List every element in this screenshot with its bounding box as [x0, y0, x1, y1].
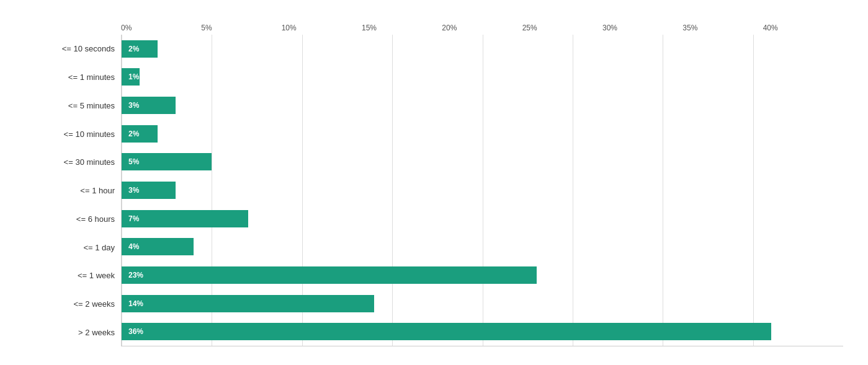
bar-label-6: 7%: [125, 214, 142, 223]
x-axis-label-3: 15%: [362, 24, 442, 32]
bar-row-2: 3%: [122, 91, 843, 120]
bar-label-5: 3%: [125, 186, 142, 195]
x-axis-label-0: 0%: [121, 24, 201, 32]
bar-label-2: 3%: [125, 101, 142, 110]
bar-8: 23%: [122, 266, 537, 284]
bar-row-6: 7%: [122, 204, 843, 233]
y-label-10: > 2 weeks: [6, 318, 121, 346]
y-label-5: <= 1 hour: [6, 177, 121, 205]
bar-label-0: 2%: [125, 45, 142, 53]
bar-row-5: 3%: [122, 176, 843, 204]
bar-2: 3%: [122, 97, 176, 114]
bar-row-8: 23%: [122, 261, 843, 289]
bar-row-4: 5%: [122, 148, 843, 177]
y-label-4: <= 30 minutes: [6, 148, 121, 177]
y-label-0: <= 10 seconds: [6, 35, 121, 63]
bar-label-8: 23%: [125, 271, 146, 279]
x-axis-label-5: 25%: [522, 24, 602, 32]
y-label-9: <= 2 weeks: [6, 290, 121, 319]
bar-row-3: 2%: [122, 120, 843, 148]
bar-0: 2%: [122, 40, 158, 58]
bar-label-9: 14%: [125, 299, 146, 308]
bar-label-1: 1%: [125, 73, 142, 81]
chart-content: <= 10 seconds<= 1 minutes<= 5 minutes<= …: [6, 35, 843, 346]
bar-6: 7%: [122, 210, 248, 227]
bar-9: 14%: [122, 295, 374, 312]
bar-3: 2%: [122, 125, 158, 143]
bar-4: 5%: [122, 153, 212, 170]
x-axis-label-6: 30%: [602, 24, 682, 32]
x-axis-label-7: 35%: [682, 24, 763, 32]
bar-1: 1%: [122, 68, 140, 86]
x-axis-label-2: 10%: [282, 24, 362, 32]
y-label-3: <= 10 minutes: [6, 120, 121, 148]
y-label-1: <= 1 minutes: [6, 63, 121, 92]
x-axis-labels: 0%5%10%15%20%25%30%35%40%: [121, 24, 843, 32]
y-label-7: <= 1 day: [6, 233, 121, 262]
y-labels: <= 10 seconds<= 1 minutes<= 5 minutes<= …: [6, 35, 121, 346]
bar-row-9: 14%: [122, 289, 843, 318]
chart-body: 0%5%10%15%20%25%30%35%40% <= 10 seconds<…: [6, 24, 843, 346]
bar-row-10: 36%: [122, 317, 843, 346]
bar-10: 36%: [122, 323, 771, 340]
y-label-6: <= 6 hours: [6, 204, 121, 233]
bar-row-1: 1%: [122, 63, 843, 92]
y-label-2: <= 5 minutes: [6, 91, 121, 120]
bar-row-7: 4%: [122, 232, 843, 261]
y-label-8: <= 1 week: [6, 262, 121, 290]
bar-label-3: 2%: [125, 130, 142, 138]
bar-label-7: 4%: [125, 242, 142, 251]
x-axis-label-1: 5%: [201, 24, 281, 32]
bar-5: 3%: [122, 182, 176, 199]
bar-row-0: 2%: [122, 35, 843, 63]
x-axis-label-8: 40%: [763, 24, 843, 32]
bar-label-4: 5%: [125, 157, 142, 166]
bars-area: 2%1%3%2%5%3%7%4%23%14%36%: [121, 35, 843, 346]
bar-7: 4%: [122, 238, 194, 255]
bar-label-10: 36%: [125, 327, 146, 336]
chart-container: 0%5%10%15%20%25%30%35%40% <= 10 seconds<…: [0, 0, 868, 365]
x-axis-label-4: 20%: [442, 24, 522, 32]
